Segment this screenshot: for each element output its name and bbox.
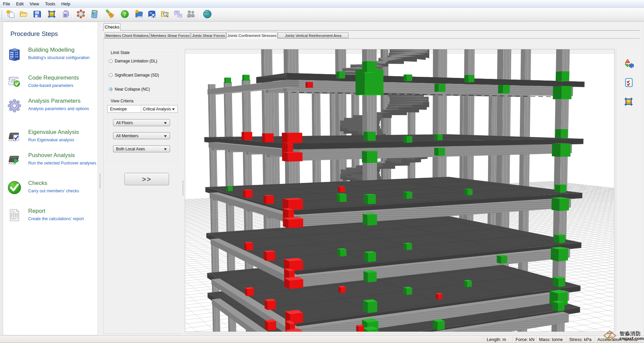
view-criteria-label: View Criteria (110, 99, 135, 103)
sidebar-item-pushover-analysis[interactable]: Pushover Analysis Run the selected Pusho… (7, 152, 98, 168)
envelope-value: Envelope (110, 107, 127, 111)
right-tool-strip (616, 49, 641, 332)
sidebar-item-code-requirements[interactable]: Code Requirements Code-based parameters (7, 75, 98, 91)
application-window: File Edit View Tools Help (0, 0, 644, 343)
frame-section-icon (624, 102, 634, 108)
watermark-domain-text: zmjaxf.com (619, 336, 644, 341)
report-doc-icon (7, 208, 22, 223)
gear-icon (7, 98, 22, 113)
menu-view[interactable]: View (26, 1, 42, 7)
toolbar-button-forum-disabled[interactable] (185, 9, 197, 20)
toolbar-button-tutorial-book[interactable] (133, 9, 145, 20)
chevron-down-icon[interactable] (172, 108, 175, 110)
toolbar-button-globe[interactable] (202, 9, 213, 20)
help-icon: ? (120, 9, 130, 20)
menu-file[interactable]: File (0, 1, 13, 7)
status-cell-force: Force: kN (513, 336, 536, 343)
status-cell-mass: Mass: tonne (536, 336, 567, 343)
run-check-button[interactable]: >> (124, 173, 169, 185)
sidebar-item-report[interactable]: Report Create the calculations' report (7, 208, 98, 224)
subtab-joints-vertical-reinforcement-area[interactable]: Joints Vertical Reinforcement Area (278, 33, 348, 38)
toolbar-button-new-file[interactable] (5, 9, 16, 20)
toolbar-button-paint-brush[interactable] (104, 9, 116, 20)
panel-splitter[interactable] (181, 39, 185, 334)
3d-viewport[interactable] (185, 49, 614, 332)
critical-analysis-value: Critical Analysis (143, 107, 171, 111)
chevron-down-icon (164, 135, 167, 137)
watermark: 智淼消防 zmjaxf.com (603, 330, 644, 342)
model-search-icon (76, 9, 86, 20)
toolbar-button-frame-section[interactable] (46, 9, 58, 20)
toolbar-button-manual-book[interactable] (146, 9, 158, 20)
menu-help[interactable]: Help (58, 1, 73, 7)
building-icon (7, 47, 22, 62)
sidebar-item-eigenvalue-analysis[interactable]: Eigenvalue Analysis Run Eigenvalue analy… (7, 129, 98, 145)
floors-dropdown[interactable]: All Floors (113, 119, 170, 126)
check-options-panel: Limit State Damage Limitation (DL) Signi… (106, 41, 180, 333)
envelope-criteria-combo[interactable]: Envelope Critical Analysis (107, 105, 178, 113)
radio-significant-damage[interactable]: Significant Damage (SD) (109, 73, 159, 77)
radio-circle-dl[interactable] (109, 59, 113, 63)
toolbar-separator (73, 10, 73, 20)
toolbar-grip (1, 10, 2, 20)
subtab-joints-shear-forces[interactable]: Joints Shear Forces (191, 33, 226, 38)
toolbar-button-save[interactable] (32, 9, 43, 20)
axes-dropdown[interactable]: Both Local Axes (113, 145, 170, 152)
save-icon (32, 9, 42, 20)
discussion-icon (173, 9, 183, 20)
radio-damage-limitation[interactable]: Damage Limitation (DL) (109, 59, 157, 63)
rightbar-button-checklist[interactable] (624, 77, 634, 88)
code-scroll-icon (7, 75, 22, 90)
radio-near-collapse[interactable]: Near Collapse (NC) (109, 87, 150, 91)
toolbar-button-discussion[interactable] (172, 9, 184, 20)
rightbar-button-shapes-3d[interactable] (624, 58, 634, 69)
toolbar-separator (117, 10, 117, 20)
main-area: Checks Members Chord RotationsMembers Sh… (102, 22, 643, 335)
subtab-members-shear-forces[interactable]: Members Shear Forces (150, 33, 191, 38)
toolbar-separator (199, 10, 200, 20)
forum-disabled-icon (186, 9, 196, 20)
tab-checks[interactable]: Checks (104, 23, 120, 31)
sidebar-item-building-modelling[interactable]: Building Modelling Building's structural… (7, 47, 98, 63)
chevron-down-icon (164, 148, 167, 150)
menu-edit[interactable]: Edit (13, 1, 26, 7)
members-dropdown[interactable]: All Members (113, 132, 170, 139)
subtab-members-chord-rotations[interactable]: Members Chord Rotations (105, 33, 150, 38)
toolbar-separator (44, 10, 44, 20)
sidebar-item-checks[interactable]: Checks Carry out members' checks (7, 180, 98, 196)
paint-brush-icon (105, 9, 115, 20)
frame-section-icon (47, 9, 57, 20)
procedure-steps-panel: Procedure Steps Building Modelling Build… (3, 22, 98, 335)
toolbar-button-report-copy[interactable] (60, 9, 71, 20)
manual-book-icon (147, 9, 157, 20)
status-cell-stress: Stress: kPa (567, 336, 595, 343)
calculator-icon (90, 9, 100, 20)
toolbar-button-model-search[interactable] (75, 9, 87, 20)
toolbar-button-open-folder[interactable] (18, 9, 30, 20)
folder-search-icon (160, 9, 170, 20)
radio-circle-nc[interactable] (109, 87, 113, 91)
sidebar-splitter[interactable] (98, 22, 102, 335)
sidebar-item-analysis-parameters[interactable]: Analysis Parameters Analysis parameters … (7, 98, 98, 114)
status-bar: Length: mForce: kNMass: tonneStress: kPa… (0, 335, 644, 343)
toolbar-button-folder-search[interactable] (159, 9, 171, 20)
radio-circle-sd[interactable] (109, 73, 113, 77)
pushover-chip-icon (7, 152, 22, 167)
toolbar-separator (102, 10, 102, 20)
checks-icon (7, 180, 22, 195)
rightbar-button-frame-section[interactable] (624, 96, 634, 107)
toolbar-button-help[interactable]: ? (119, 9, 131, 20)
svg-text:?: ? (123, 11, 126, 17)
tutorial-book-icon (134, 9, 144, 20)
collapsed-left-rail (0, 22, 3, 335)
toolbar-button-calculator[interactable] (89, 9, 100, 20)
chevron-down-icon (164, 122, 167, 124)
window-right-edge (640, 22, 644, 335)
menu-tools[interactable]: Tools (42, 1, 58, 7)
shapes-3d-icon (624, 64, 634, 70)
globe-icon (203, 9, 213, 20)
subtab-joints-confinement-stresses[interactable]: Joints Confinement Stresses (226, 32, 277, 39)
new-file-icon (5, 9, 15, 20)
toolbar: ? (0, 8, 644, 21)
menu-bar: File Edit View Tools Help (0, 0, 644, 8)
